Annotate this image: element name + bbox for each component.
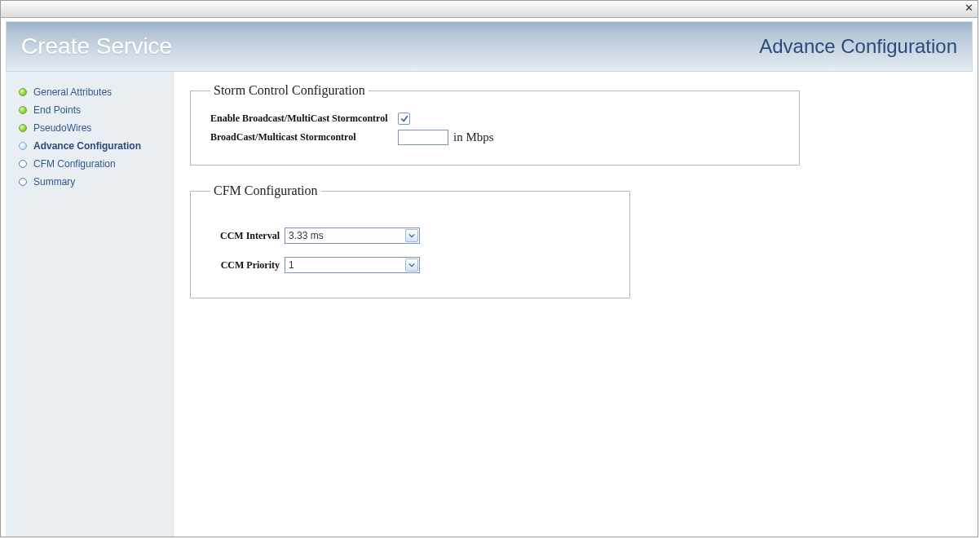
step-complete-icon <box>19 124 27 132</box>
step-complete-icon <box>19 106 27 114</box>
wizard-steps-sidebar: General Attributes End Points PseudoWire… <box>6 72 174 537</box>
step-pending-icon <box>19 160 27 168</box>
page-title: Create Service <box>21 33 172 60</box>
ccm-interval-select[interactable]: 3.33 ms <box>285 228 420 244</box>
step-pending-icon <box>19 178 27 186</box>
wizard-step-label: PseudoWires <box>33 122 91 134</box>
create-service-window: ✕ Create Service Advance Configuration G… <box>0 0 978 537</box>
wizard-step-advance-configuration[interactable]: Advance Configuration <box>6 137 173 155</box>
wizard-step-cfm-configuration[interactable]: CFM Configuration <box>6 155 173 173</box>
wizard-step-label: Advance Configuration <box>33 140 141 152</box>
ccm-priority-label: CCM Priority <box>210 259 285 272</box>
ccm-interval-label: CCM Interval <box>210 230 285 242</box>
enable-stormcontrol-label: Enable Broadcast/MultiCast Stormcontrol <box>210 113 398 125</box>
wizard-step-pseudowires[interactable]: PseudoWires <box>6 119 173 137</box>
check-icon <box>400 115 408 123</box>
wizard-step-label: Summary <box>33 176 75 188</box>
step-current-icon <box>19 142 27 150</box>
wizard-step-label: CFM Configuration <box>33 158 116 170</box>
wizard-step-general-attributes[interactable]: General Attributes <box>6 83 173 101</box>
storm-control-legend: Storm Control Configuration <box>210 83 369 98</box>
ccm-interval-value: 3.33 ms <box>285 230 405 241</box>
wizard-step-label: General Attributes <box>33 86 112 98</box>
cfm-configuration-fieldset: CFM Configuration CCM Interval 3.33 ms C… <box>190 183 630 298</box>
cfm-configuration-legend: CFM Configuration <box>210 183 321 198</box>
header-banner: Create Service Advance Configuration <box>6 21 973 72</box>
chevron-down-icon <box>405 229 418 242</box>
storm-control-fieldset: Storm Control Configuration Enable Broad… <box>190 83 800 166</box>
window-titlebar: ✕ <box>1 1 978 18</box>
wizard-step-end-points[interactable]: End Points <box>6 101 173 119</box>
main-content: Storm Control Configuration Enable Broad… <box>174 72 973 537</box>
chevron-down-icon <box>405 258 418 272</box>
enable-stormcontrol-checkbox[interactable] <box>398 113 410 125</box>
wizard-step-summary[interactable]: Summary <box>6 173 173 191</box>
step-complete-icon <box>19 88 27 96</box>
wizard-step-label: End Points <box>33 104 81 116</box>
stormcontrol-rate-unit: in Mbps <box>453 130 494 144</box>
stormcontrol-rate-label: BroadCast/Multicast Stormcontrol <box>210 131 398 144</box>
ccm-priority-select[interactable]: 1 <box>285 257 420 273</box>
page-subtitle: Advance Configuration <box>759 35 957 58</box>
ccm-priority-value: 1 <box>285 259 405 271</box>
close-icon[interactable]: ✕ <box>963 2 974 14</box>
stormcontrol-rate-input[interactable] <box>398 130 448 145</box>
